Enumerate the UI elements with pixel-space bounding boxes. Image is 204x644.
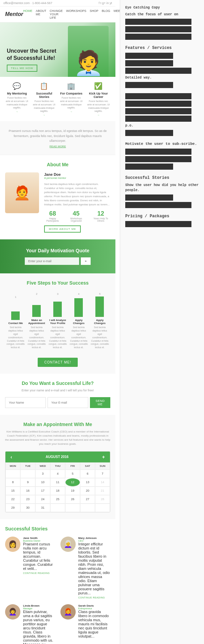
stories-icon: 📋	[32, 82, 56, 90]
life-send-button[interactable]: SEND ME	[90, 397, 110, 408]
cal-date[interactable]: 4	[50, 470, 65, 478]
cal-date[interactable]: 28	[95, 495, 110, 504]
about-name: Jane Doe	[44, 172, 110, 176]
story-link-1[interactable]: CONTINUE READING	[23, 572, 50, 574]
cal-date[interactable]: 9	[20, 478, 35, 487]
sidebar-motivate: Motivate the user to sub-scribe.	[125, 141, 199, 170]
five-steps-title: Five Steps to Your Success	[5, 280, 110, 286]
story-role-3: Manager	[23, 607, 55, 610]
cal-date[interactable]: 5	[65, 470, 80, 478]
feature-link[interactable]: →	[59, 111, 83, 113]
cal-date[interactable]: 30	[20, 504, 35, 512]
sidebar-bar	[125, 221, 191, 227]
cal-date[interactable]: 11	[50, 478, 65, 487]
feature-title: Successful Stories	[32, 92, 56, 99]
feature-link[interactable]: →	[5, 111, 29, 113]
five-steps-section: Five Steps to Your Success 1 Contact Me …	[0, 273, 115, 374]
cal-date[interactable]: 18	[50, 487, 65, 495]
cal-date[interactable]: 29	[5, 504, 20, 512]
cal-date[interactable]: 26	[65, 495, 80, 504]
sidebar-bar	[125, 164, 173, 170]
sidebar-motivate-title: Motivate the user to sub-scribe.	[125, 141, 199, 147]
hero-cta-button[interactable]: TELL ME HOW	[7, 65, 37, 72]
cal-date[interactable]: 19	[65, 487, 80, 495]
feature-link[interactable]: →	[87, 114, 110, 116]
motivation-submit-button[interactable]: »	[81, 257, 91, 265]
contact-me-button[interactable]: CONTACT ME!	[38, 358, 78, 367]
feature-desc: Fusce facilisis nec ante at accumsan. Ut…	[32, 100, 56, 113]
cal-date[interactable]: 31	[35, 504, 50, 512]
nav-change[interactable]: CHANGE YOUR LIFE	[50, 9, 63, 19]
sidebar-bar	[125, 202, 191, 208]
cal-date[interactable]: 20	[80, 487, 95, 495]
nav-about[interactable]: ABOUT ME	[36, 9, 46, 19]
cal-date[interactable]: 13	[80, 478, 95, 487]
stat-workshops: 45 Workshops Organized	[66, 210, 86, 222]
cal-date[interactable]: 14	[95, 478, 110, 487]
about-more-button[interactable]: MORE ABOUT ME	[44, 225, 81, 233]
story-item-1: 👩 Jane Smith Business Owner Praesent cur…	[5, 537, 55, 599]
cal-date[interactable]: 8	[5, 478, 20, 487]
calendar-next[interactable]: +	[102, 454, 105, 460]
step-3: 3 I will Analyze Your Profile Sed lacini…	[48, 292, 67, 349]
calendar-month: AUGUST 2016	[46, 455, 69, 459]
cal-date-today[interactable]: 12	[65, 478, 80, 487]
sidebar-bar	[125, 82, 173, 88]
sidebar-about: p.o.	[125, 93, 199, 136]
feature-title: My Mentoring	[5, 92, 29, 95]
cal-date[interactable]: 27	[80, 495, 95, 504]
life-email-input[interactable]	[48, 397, 88, 408]
cal-day-sat: SAT	[80, 462, 95, 470]
cal-date[interactable]	[20, 470, 35, 478]
cal-date	[65, 504, 80, 512]
story-text-1: Praesent cursus nulla non arcu tempus, i…	[23, 542, 55, 571]
sidebar-note-1: Detailed way.	[125, 75, 199, 80]
cal-date[interactable]: 15	[5, 487, 20, 495]
appointment-section: Make an Appointment With Me Kim Williams…	[0, 415, 115, 519]
story-text-4: Class gravida libero in commodo vehicula…	[78, 610, 111, 638]
nav-blog[interactable]: BLOG	[102, 9, 110, 19]
cal-day-thu: THU	[50, 462, 65, 470]
life-name-input[interactable]	[5, 397, 46, 408]
cal-date[interactable]: 16	[20, 487, 35, 495]
cal-date[interactable]: 6	[80, 470, 95, 478]
mentoring-icon: 💬	[5, 82, 29, 90]
steps-row: 1 Contact Me Sed lacinia dapibus tellus …	[5, 292, 110, 349]
sidebar-bar	[125, 26, 191, 32]
cal-date[interactable]: 23	[20, 495, 35, 504]
nav-home[interactable]: HOME	[23, 9, 32, 19]
stories-title: Successful Stories	[5, 526, 110, 531]
feature-link[interactable]: →	[32, 114, 56, 116]
cal-date[interactable]: 7	[95, 470, 110, 478]
story-avatar-3: 👩‍🦱	[5, 604, 20, 620]
cal-day-fri: FRI	[65, 462, 80, 470]
about-bio: Sed lacinia dapibus tellus eget condimen…	[44, 182, 110, 207]
nav-links[interactable]: HOME ABOUT ME CHANGE YOUR LIFE WORKSHOPS…	[23, 9, 127, 19]
motivation-section: Your Daily Motivation Quote »	[0, 239, 115, 273]
cal-day-wed: WED	[35, 462, 50, 470]
nav-shop[interactable]: SHOP	[90, 9, 98, 19]
story-link-2[interactable]: CONTINUE READING	[78, 596, 105, 599]
social-links[interactable]: f t g+ in yt	[99, 1, 112, 5]
cal-date[interactable]: 17	[35, 487, 50, 495]
contact-info: office@mentor.com · 1-800-444-567	[3, 1, 52, 5]
cal-date	[95, 504, 110, 512]
read-more-link[interactable]: READ MORE	[50, 145, 66, 148]
nav-workshops[interactable]: WORKSHOPS	[66, 9, 87, 19]
cal-date[interactable]	[5, 470, 20, 478]
sidebar-subtitle-1: Catch the focus of user on	[125, 12, 199, 17]
calendar-prev[interactable]: ‹	[11, 454, 12, 460]
cal-date[interactable]: 25	[50, 495, 65, 504]
stat-participants: 68 Happy Participants	[44, 210, 61, 222]
features-row: 💬 My Mentoring Fusce facilisis nec ante …	[0, 77, 115, 122]
cal-date[interactable]: 10	[35, 478, 50, 487]
cal-date[interactable]: 24	[35, 495, 50, 504]
cal-date[interactable]: 21	[95, 487, 110, 495]
cal-date[interactable]: 3	[35, 470, 50, 478]
motivation-email-input[interactable]	[25, 257, 79, 265]
successful-life-subtitle: Enter your name and e-mail and I will te…	[5, 389, 110, 392]
top-bar: office@mentor.com · 1-800-444-567 f t g+…	[0, 0, 115, 6]
logo: Mentor	[5, 11, 23, 17]
step-5: 5 Apply Changes Sed lacinia dapibus tell…	[90, 292, 109, 349]
cal-date[interactable]: 22	[5, 495, 20, 504]
